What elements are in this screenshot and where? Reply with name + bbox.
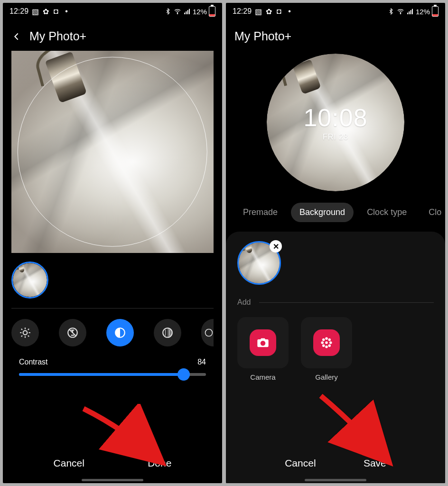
- tab-more[interactable]: Clo: [420, 203, 445, 222]
- wifi-icon: [397, 8, 404, 15]
- cancel-button[interactable]: Cancel: [285, 458, 316, 469]
- footer: Cancel Done: [3, 446, 222, 483]
- svg-rect-13: [411, 10, 411, 14]
- camera-label: Camera: [250, 373, 275, 381]
- battery-icon: [209, 6, 215, 17]
- cancel-button[interactable]: Cancel: [54, 458, 84, 469]
- watchface-preview-wrap: 10:08 FRI 28: [226, 51, 445, 203]
- svg-point-10: [400, 13, 401, 14]
- clock-date: FRI 28: [323, 133, 348, 141]
- gear-icon: ✿: [265, 8, 272, 15]
- tab-strip: Premade Background Clock type Clo: [226, 203, 445, 232]
- source-row: Camera Gallery: [237, 317, 434, 381]
- tab-clock-type[interactable]: Clock type: [358, 203, 415, 222]
- gesture-bar: [82, 479, 143, 481]
- saturation-filter-button[interactable]: [154, 319, 181, 346]
- filter-row: [3, 308, 222, 355]
- svg-point-5: [23, 331, 28, 335]
- svg-point-22: [322, 345, 325, 347]
- square-icon: ◘: [52, 8, 60, 15]
- status-bar: 12:29 ▧ ✿ ◘ • 12%: [226, 3, 445, 20]
- photo-thumbnail[interactable]: [11, 262, 48, 299]
- contrast-filter-button[interactable]: [106, 319, 134, 346]
- signal-icon: [183, 8, 191, 15]
- wifi-icon: [174, 8, 181, 15]
- svg-rect-2: [186, 11, 187, 14]
- svg-point-23: [328, 345, 331, 347]
- bluetooth-icon: [164, 8, 172, 15]
- save-button[interactable]: Save: [364, 458, 386, 469]
- svg-point-0: [177, 13, 177, 14]
- remove-background-button[interactable]: ✕: [270, 240, 282, 252]
- page-title: My Photo+: [234, 29, 291, 43]
- svg-rect-11: [407, 13, 408, 14]
- svg-rect-1: [184, 13, 185, 14]
- screen-watchface-settings: 12:29 ▧ ✿ ◘ • 12% My Photo+: [226, 3, 445, 483]
- status-bar: 12:29 ▧ ✿ ◘ • 12%: [3, 3, 222, 20]
- dot-icon: •: [286, 8, 293, 15]
- battery-pct: 12%: [416, 8, 430, 16]
- background-thumb-wrap: ✕: [237, 241, 281, 285]
- bluetooth-icon: [387, 8, 395, 15]
- gallery-source-button[interactable]: [301, 317, 352, 368]
- tab-background[interactable]: Background: [291, 203, 354, 222]
- screen-edit-photo: 12:29 ▧ ✿ ◘ • 12% My Photo+: [3, 3, 222, 483]
- square-icon: ◘: [275, 8, 283, 15]
- svg-point-19: [329, 341, 332, 344]
- back-button[interactable]: [11, 31, 22, 42]
- slider-thumb[interactable]: [177, 368, 190, 381]
- thumbnail-row: [3, 253, 222, 308]
- svg-rect-12: [409, 11, 410, 14]
- done-button[interactable]: Done: [148, 458, 171, 469]
- battery-pct: 12%: [193, 8, 207, 16]
- svg-point-18: [321, 341, 324, 344]
- clock-overlay: 10:08 FRI 28: [267, 54, 404, 191]
- clock: 12:29: [233, 7, 252, 16]
- photo-crop-preview[interactable]: [11, 51, 214, 253]
- exposure-filter-button[interactable]: [59, 319, 86, 346]
- svg-rect-3: [187, 10, 188, 14]
- svg-rect-4: [189, 9, 190, 14]
- dot-icon: •: [63, 8, 70, 15]
- svg-point-17: [325, 346, 328, 348]
- contrast-slider-block: Contrast 84: [3, 355, 222, 383]
- clock: 12:29: [9, 7, 28, 16]
- slider-value: 84: [197, 358, 206, 366]
- watchface-preview[interactable]: 10:08 FRI 28: [267, 54, 404, 191]
- gallery-icon: [313, 329, 340, 356]
- svg-point-15: [325, 341, 328, 344]
- image-icon: ▧: [254, 8, 262, 15]
- camera-source-button[interactable]: [237, 317, 289, 368]
- slider-label: Contrast: [19, 358, 47, 366]
- header: My Photo+: [3, 20, 222, 51]
- contrast-slider[interactable]: [19, 373, 206, 376]
- next-filter-button[interactable]: [201, 319, 214, 346]
- svg-rect-14: [412, 9, 413, 14]
- add-label: Add: [237, 298, 251, 307]
- gallery-label: Gallery: [315, 373, 338, 381]
- svg-point-20: [322, 338, 325, 341]
- footer: Cancel Save: [237, 439, 434, 483]
- gesture-bar: [305, 479, 366, 481]
- brightness-filter-button[interactable]: [11, 319, 39, 346]
- gear-icon: ✿: [42, 8, 49, 15]
- image-icon: ▧: [31, 8, 39, 15]
- add-section-header: Add: [237, 298, 434, 307]
- background-panel: ✕ Add Camera Gallery: [226, 232, 445, 483]
- signal-icon: [406, 8, 414, 15]
- battery-icon: [432, 6, 439, 17]
- svg-point-16: [325, 337, 328, 340]
- svg-point-9: [205, 329, 213, 336]
- tab-premade[interactable]: Premade: [234, 203, 286, 222]
- header: My Photo+: [226, 20, 445, 51]
- svg-point-21: [328, 338, 331, 341]
- camera-icon: [250, 329, 276, 356]
- clock-time: 10:08: [303, 103, 367, 132]
- page-title: My Photo+: [29, 29, 86, 43]
